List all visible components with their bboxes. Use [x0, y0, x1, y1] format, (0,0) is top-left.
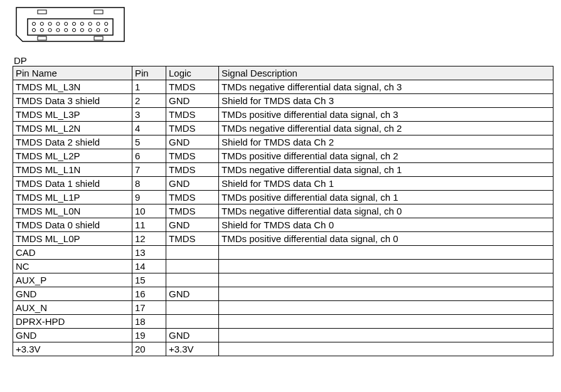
table-row: GND16GND [13, 287, 553, 301]
table-row: TMDS ML_L0P12TMDSTMDs positive different… [13, 232, 553, 246]
svg-point-14 [105, 22, 108, 25]
cell-signal-desc: Shield for TMDS data Ch 0 [219, 218, 553, 232]
svg-point-19 [65, 28, 68, 31]
cell-pin: 16 [132, 287, 166, 301]
svg-point-23 [97, 28, 100, 31]
cell-signal-desc: TMDs negative differential data signal, … [219, 80, 553, 94]
cell-logic: GND [166, 287, 219, 301]
svg-point-22 [88, 28, 92, 31]
table-row: TMDS ML_L1P9TMDSTMDs positive differenti… [13, 191, 553, 204]
cell-pin-name: TMDS Data 2 shield [13, 135, 132, 149]
table-row: DPRX-HPD18 [13, 315, 553, 329]
svg-point-18 [56, 28, 60, 31]
svg-point-6 [40, 22, 43, 25]
svg-rect-0 [28, 19, 113, 35]
cell-pin: 13 [132, 246, 166, 260]
cell-logic: +3.3V [166, 342, 219, 356]
cell-signal-desc: TMDs negative differential data signal, … [219, 163, 553, 177]
cell-logic: TMDS [166, 122, 219, 135]
cell-pin-name: TMDS ML_L3P [13, 108, 132, 122]
cell-logic: TMDS [166, 80, 219, 94]
svg-rect-2 [94, 10, 103, 14]
cell-pin-name: AUX_P [13, 273, 132, 287]
cell-logic: GND [166, 329, 219, 342]
cell-pin-name: TMDS ML_L1P [13, 191, 132, 204]
cell-pin-name: +3.3V [13, 342, 132, 356]
cell-pin-name: TMDS ML_L0P [13, 232, 132, 246]
cell-pin: 6 [132, 149, 166, 163]
table-row: TMDS ML_L3N1TMDSTMDs negative differenti… [13, 80, 553, 94]
cell-signal-desc: TMDs positive differential data signal, … [219, 232, 553, 246]
cell-pin: 2 [132, 94, 166, 108]
table-row: TMDS ML_L0N10TMDSTMDs negative different… [13, 204, 553, 218]
cell-pin-name: TMDS ML_L1N [13, 163, 132, 177]
table-row: TMDS ML_L2N4TMDSTMDs negative differenti… [13, 122, 553, 135]
table-row: TMDS ML_L3P3TMDSTMDs positive differenti… [13, 108, 553, 122]
cell-pin: 1 [132, 80, 166, 94]
svg-point-12 [88, 22, 92, 25]
cell-pin-name: TMDS Data 0 shield [13, 218, 132, 232]
dp-connector-icon [14, 5, 127, 44]
cell-pin: 17 [132, 301, 166, 315]
cell-logic: GND [166, 177, 219, 191]
cell-signal-desc: TMDs negative differential data signal, … [219, 122, 553, 135]
table-row: TMDS Data 1 shield8GNDShield for TMDS da… [13, 177, 553, 191]
svg-point-10 [72, 22, 75, 25]
cell-pin: 7 [132, 163, 166, 177]
svg-point-24 [105, 28, 108, 31]
svg-point-15 [32, 28, 35, 31]
table-row: CAD13 [13, 246, 553, 260]
cell-pin: 8 [132, 177, 166, 191]
cell-pin-name: GND [13, 287, 132, 301]
cell-pin: 19 [132, 329, 166, 342]
cell-pin: 5 [132, 135, 166, 149]
svg-point-5 [32, 22, 35, 25]
cell-pin-name: CAD [13, 246, 132, 260]
cell-pin-name: NC [13, 260, 132, 273]
svg-point-17 [48, 28, 51, 31]
table-row: NC14 [13, 260, 553, 273]
cell-signal-desc: Shield for TMDS data Ch 3 [219, 94, 553, 108]
cell-logic: TMDS [166, 232, 219, 246]
cell-pin-name: TMDS ML_L0N [13, 204, 132, 218]
cell-pin: 15 [132, 273, 166, 287]
col-signal-desc: Signal Description [219, 66, 553, 80]
cell-pin: 10 [132, 204, 166, 218]
svg-rect-3 [38, 36, 46, 40]
table-row: +3.3V20+3.3V [13, 342, 553, 356]
table-row: TMDS Data 3 shield2GNDShield for TMDS da… [13, 94, 553, 108]
cell-logic: TMDS [166, 163, 219, 177]
table-title: DP [14, 55, 556, 66]
cell-logic: TMDS [166, 204, 219, 218]
cell-signal-desc [219, 342, 553, 356]
table-row: TMDS ML_L1N7TMDSTMDs negative differenti… [13, 163, 553, 177]
cell-logic [166, 246, 219, 260]
cell-logic: GND [166, 94, 219, 108]
cell-pin-name: DPRX-HPD [13, 315, 132, 329]
cell-signal-desc: TMDs positive differential data signal, … [219, 191, 553, 204]
cell-logic: GND [166, 135, 219, 149]
cell-logic: TMDS [166, 108, 219, 122]
cell-pin-name: TMDS Data 3 shield [13, 94, 132, 108]
table-row: AUX_P15 [13, 273, 553, 287]
cell-signal-desc: TMDs negative differential data signal, … [219, 204, 553, 218]
cell-pin: 12 [132, 232, 166, 246]
table-row: AUX_N17 [13, 301, 553, 315]
cell-signal-desc [219, 246, 553, 260]
cell-signal-desc [219, 260, 553, 273]
cell-logic [166, 260, 219, 273]
cell-signal-desc [219, 287, 553, 301]
cell-pin-name: TMDS ML_L3N [13, 80, 132, 94]
table-row: GND19GND [13, 329, 553, 342]
cell-logic: TMDS [166, 149, 219, 163]
cell-signal-desc: Shield for TMDS data Ch 2 [219, 135, 553, 149]
svg-point-20 [72, 28, 75, 31]
cell-pin: 3 [132, 108, 166, 122]
table-row: TMDS Data 2 shield5GNDShield for TMDS da… [13, 135, 553, 149]
svg-rect-1 [38, 10, 46, 14]
cell-pin: 18 [132, 315, 166, 329]
col-pin-name: Pin Name [13, 66, 132, 80]
cell-signal-desc: TMDs positive differential data signal, … [219, 108, 553, 122]
cell-pin: 4 [132, 122, 166, 135]
col-logic: Logic [166, 66, 219, 80]
